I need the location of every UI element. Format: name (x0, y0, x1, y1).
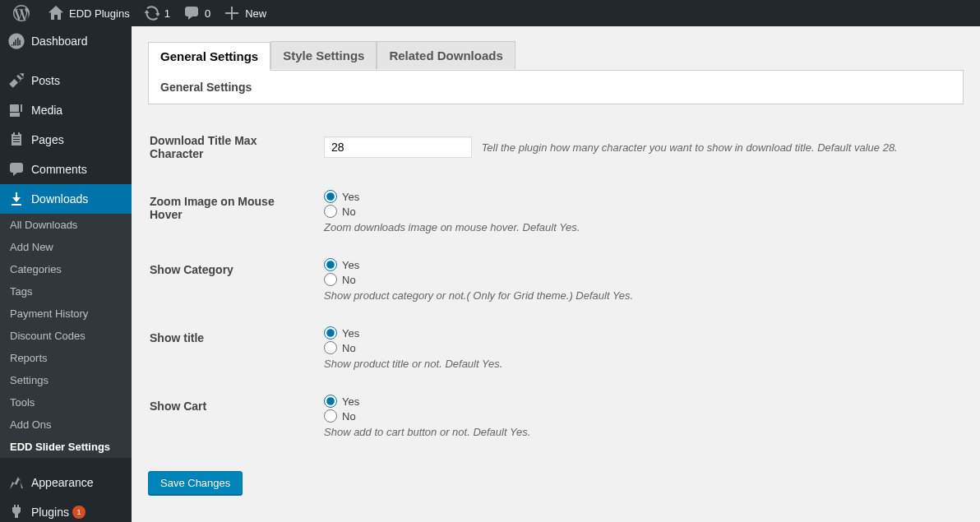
wordpress-icon (13, 5, 30, 21)
updates-count: 1 (164, 7, 170, 20)
home-icon (48, 5, 64, 21)
wp-logo[interactable] (7, 0, 41, 26)
comment-icon (183, 5, 200, 21)
site-name: EDD Plugins (69, 7, 130, 20)
site-link[interactable]: EDD Plugins (41, 0, 136, 26)
updates-link[interactable]: 1 (136, 0, 177, 26)
new-label: New (245, 7, 266, 20)
update-icon (143, 5, 159, 21)
admin-bar: EDD Plugins 1 0 New (0, 0, 980, 26)
comments-count: 0 (205, 7, 210, 20)
plus-icon (224, 5, 240, 21)
comments-link[interactable]: 0 (177, 0, 217, 26)
new-link[interactable]: New (217, 0, 273, 26)
